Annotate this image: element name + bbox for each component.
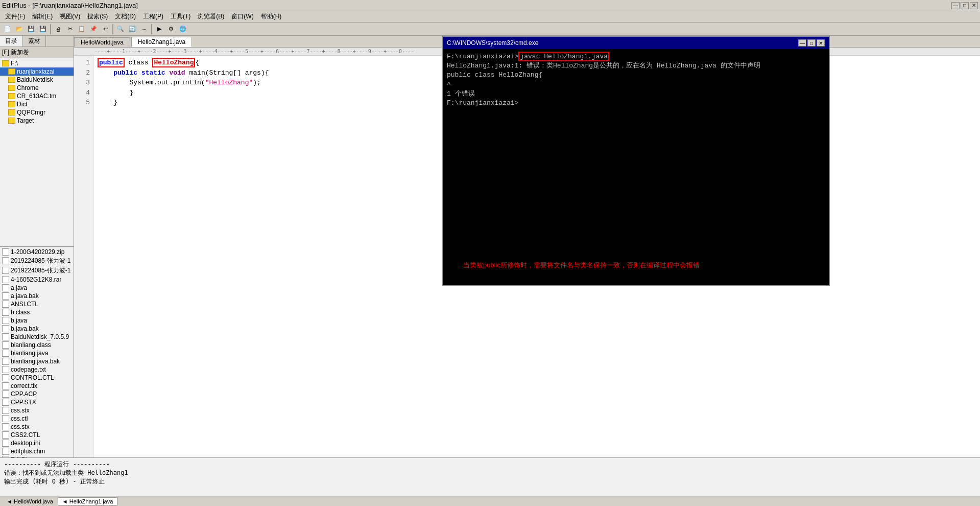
list-item[interactable]: CONTROL.CTL xyxy=(0,374,74,382)
toolbar-replace[interactable]: 🔄 xyxy=(127,24,138,35)
toolbar-sep3 xyxy=(151,24,152,34)
list-item[interactable]: editplus.chm xyxy=(0,447,74,455)
toolbar-save[interactable]: 💾 xyxy=(26,24,37,35)
list-item[interactable]: css.ctl xyxy=(0,415,74,423)
file-icon xyxy=(2,440,9,447)
line-num-5: 5 xyxy=(75,98,92,108)
menu-edit[interactable]: 编辑(E) xyxy=(29,12,56,21)
line-num-3: 3 xyxy=(75,78,92,88)
tree-item-dict[interactable]: Dict xyxy=(0,100,74,108)
toolbar-open[interactable]: 📂 xyxy=(14,24,25,35)
file-icon xyxy=(2,248,9,256)
toolbar-browser[interactable]: 🌐 xyxy=(177,24,188,35)
toolbar-find[interactable]: 🔍 xyxy=(115,24,126,35)
folder-icon xyxy=(8,77,15,83)
tree-item-root[interactable]: F:\ xyxy=(0,59,74,67)
list-item[interactable]: codepage.txt xyxy=(0,365,74,374)
file-icon xyxy=(2,374,9,381)
list-item[interactable]: CSS2.CTL xyxy=(0,431,74,439)
cmd-window[interactable]: C:\WINDOWS\system32\cmd.exe — □ ✕ F:\rua… xyxy=(442,36,830,286)
tab-hellozhangl[interactable]: HelloZhang1.java xyxy=(131,37,192,47)
toolbar-new[interactable]: 📄 xyxy=(2,24,13,35)
menu-file[interactable]: 文件(F) xyxy=(2,12,28,21)
menu-help[interactable]: 帮助(H) xyxy=(258,12,285,21)
toolbar-saveall[interactable]: 💾 xyxy=(37,24,49,35)
list-item[interactable]: 2019224085-张力波-1 xyxy=(0,256,74,266)
cmd-close-button[interactable]: ✕ xyxy=(817,39,825,47)
bottom-tab-helloworld[interactable]: ◄ HelloWorld.java xyxy=(2,497,58,505)
file-icon xyxy=(2,317,9,324)
cmd-line-8: F:\ruanjianxiazai> xyxy=(447,99,825,108)
list-item[interactable]: b.java xyxy=(0,316,74,325)
list-item[interactable]: 2019224085-张力波-1 xyxy=(0,266,74,275)
toolbar-copy[interactable]: 📋 xyxy=(76,24,87,35)
menu-search[interactable]: 搜索(S) xyxy=(84,12,111,21)
list-item[interactable]: a.java xyxy=(0,284,74,292)
list-item[interactable]: b.class xyxy=(0,308,74,316)
line-num-2: 2 xyxy=(75,68,92,78)
line-num-4: 4 xyxy=(75,88,92,98)
menu-window[interactable]: 窗口(W) xyxy=(228,12,256,21)
list-item[interactable]: 1-200G4202029.zip xyxy=(0,248,74,256)
ruler-text: ----+----1----+----2----+----3----+----4… xyxy=(94,49,414,54)
main-layout: 目录 素材 [F] 新加卷 F:\ ruanjianxiazai BaiduNe… xyxy=(0,36,980,506)
file-icon xyxy=(2,415,9,422)
menu-doc[interactable]: 文档(D) xyxy=(112,12,139,21)
tab-helloworld[interactable]: HelloWorld.java xyxy=(74,37,130,47)
cmd-content[interactable]: F:\ruanjianxiazai>javac HelloZhang1.java… xyxy=(443,49,829,285)
cmd-maximize-button[interactable]: □ xyxy=(807,39,816,47)
list-item[interactable]: CPP.STX xyxy=(0,398,74,406)
toolbar-print[interactable]: 🖨 xyxy=(53,24,64,35)
menu-browser[interactable]: 浏览器(B) xyxy=(195,12,227,21)
toolbar-sep2 xyxy=(112,24,113,34)
close-button[interactable]: ✕ xyxy=(970,2,978,9)
toolbar-run[interactable]: ▶ xyxy=(154,24,165,35)
maximize-button[interactable]: □ xyxy=(961,2,969,9)
list-item[interactable]: desktop.ini xyxy=(0,439,74,447)
line-numbers: 1 2 3 4 5 xyxy=(74,56,93,457)
toolbar-paste[interactable]: 📌 xyxy=(88,24,99,35)
tab-directory[interactable]: 目录 xyxy=(0,36,23,47)
bottom-tabs: ◄ HelloWorld.java ◄ HelloZhang1.java xyxy=(0,496,980,506)
cmd-annotation: 当类被public所修饰时，需要将文件名与类名保持一致，否则在编译过程中会报错 xyxy=(463,261,700,270)
toolbar-sep1 xyxy=(50,24,51,34)
file-icon xyxy=(2,309,9,316)
cmd-line-1: F:\ruanjianxiazai>javac HelloZhang1.java xyxy=(447,52,825,61)
folder-icon xyxy=(8,109,15,116)
list-item[interactable]: bianliang.class xyxy=(0,341,74,349)
cmd-title-controls: — □ ✕ xyxy=(798,39,825,47)
list-item[interactable]: b.java.bak xyxy=(0,325,74,333)
toolbar-cut[interactable]: ✂ xyxy=(64,24,76,35)
status-line-1: ---------- 程序运行 ---------- xyxy=(4,460,976,469)
toolbar-goto[interactable]: → xyxy=(138,24,150,35)
tree-item-baidunetdisk[interactable]: BaiduNetdisk xyxy=(0,76,74,84)
list-item[interactable]: a.java.bak xyxy=(0,292,74,300)
list-item[interactable]: bianliang.java.bak xyxy=(0,357,74,365)
list-item[interactable]: CPP.ACP xyxy=(0,390,74,398)
tree-item-qqpcmgr[interactable]: QQPCmgr xyxy=(0,108,74,117)
menu-project[interactable]: 工程(P) xyxy=(140,12,166,21)
toolbar-undo[interactable]: ↩ xyxy=(100,24,111,35)
file-icon xyxy=(2,284,9,291)
list-item[interactable]: 4-16052G12K8.rar xyxy=(0,275,74,284)
bottom-tab-hellozhangl[interactable]: ◄ HelloZhang1.java xyxy=(58,497,118,505)
tree-item-chrome[interactable]: Chrome xyxy=(0,84,74,92)
file-icon xyxy=(2,341,9,349)
tab-material[interactable]: 素材 xyxy=(23,36,46,47)
toolbar-compile[interactable]: ⚙ xyxy=(165,24,177,35)
list-item[interactable]: BaiduNetdisk_7.0.5.9 xyxy=(0,333,74,341)
file-icon xyxy=(2,257,9,264)
list-item[interactable]: css.stx xyxy=(0,423,74,431)
folder-icon xyxy=(8,68,15,75)
cmd-minimize-button[interactable]: — xyxy=(798,39,806,47)
minimize-button[interactable]: — xyxy=(951,2,960,9)
list-item[interactable]: correct.tlx xyxy=(0,382,74,390)
list-item[interactable]: css.stx xyxy=(0,406,74,415)
list-item[interactable]: bianliang.java xyxy=(0,349,74,357)
tree-item-cr613[interactable]: CR_613AC.tm xyxy=(0,92,74,100)
tree-item-ruanjianxiazai[interactable]: ruanjianxiazai xyxy=(0,67,74,76)
menu-tools[interactable]: 工具(T) xyxy=(168,12,194,21)
menu-view[interactable]: 视图(V) xyxy=(57,12,83,21)
list-item[interactable]: ANSI.CTL xyxy=(0,300,74,308)
tree-item-target[interactable]: Target xyxy=(0,117,74,125)
